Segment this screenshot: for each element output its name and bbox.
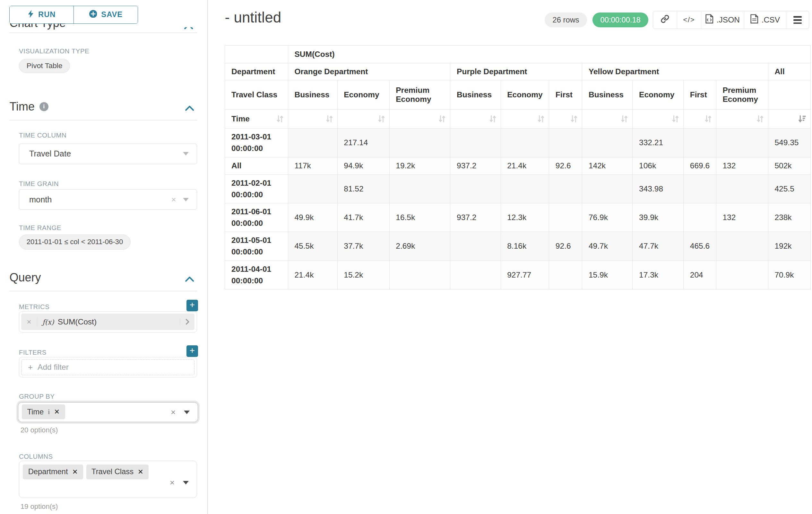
token-chip[interactable]: Department✕ xyxy=(23,464,83,479)
chevron-right-icon[interactable] xyxy=(180,318,195,325)
time-grain-label: TIME GRAIN xyxy=(19,180,59,188)
pivot-cell xyxy=(501,174,549,203)
sort-header-cell[interactable] xyxy=(337,110,389,129)
sort-icon[interactable] xyxy=(378,115,385,123)
save-button[interactable]: SAVE xyxy=(74,6,138,23)
sort-header-cell[interactable] xyxy=(768,110,811,129)
sort-header-cell[interactable] xyxy=(633,110,684,129)
pivot-cell: 332.21 xyxy=(633,129,684,157)
time-grain-value: month xyxy=(29,195,171,204)
token-chip[interactable]: Timei✕ xyxy=(22,404,65,419)
share-link-button[interactable] xyxy=(653,11,677,29)
pivot-cell: 37.7k xyxy=(337,232,389,261)
json-file-icon xyxy=(705,14,714,25)
chevron-up-icon[interactable] xyxy=(185,274,194,284)
panel-divider[interactable] xyxy=(207,0,208,514)
sort-icon[interactable] xyxy=(756,115,764,123)
sort-icon[interactable] xyxy=(704,115,712,123)
export-csv-label: .CSV xyxy=(762,16,780,24)
add-filter-dropzone[interactable]: + Add filter xyxy=(21,359,195,375)
sort-header-cell[interactable] xyxy=(582,110,633,129)
caret-down-icon[interactable] xyxy=(184,410,190,414)
sort-header-cell[interactable] xyxy=(288,110,337,129)
viz-type-pill[interactable]: Pivot Table xyxy=(19,59,70,73)
metric-header-cell: SUM(Cost) xyxy=(288,45,811,63)
column-group-header: Orange Department xyxy=(288,63,450,80)
remove-token-icon[interactable]: ✕ xyxy=(54,408,60,416)
column-header: Business xyxy=(582,80,633,110)
sort-icon[interactable] xyxy=(326,115,333,123)
clear-icon[interactable]: × xyxy=(171,195,176,205)
remove-token-icon[interactable]: ✕ xyxy=(138,468,143,476)
sort-header-cell[interactable] xyxy=(716,110,768,129)
pivot-cell xyxy=(549,129,582,157)
view-query-button[interactable]: </> xyxy=(677,11,701,29)
sort-icon[interactable] xyxy=(621,115,628,123)
sort-descending-icon[interactable] xyxy=(798,115,806,123)
token-chip[interactable]: Travel Class✕ xyxy=(86,464,149,479)
column-group-header: All xyxy=(768,63,811,80)
sort-header-cell[interactable] xyxy=(450,110,501,129)
pivot-row-label: 2011-04-01 00:00:00 xyxy=(225,261,288,289)
sort-icon[interactable] xyxy=(489,115,496,123)
pivot-cell xyxy=(716,129,768,157)
pivot-cell: 132 xyxy=(716,157,768,174)
sort-icon[interactable] xyxy=(570,115,578,123)
pivot-cell xyxy=(684,129,716,157)
row-count-badge: 26 rows xyxy=(545,12,587,27)
sort-icon[interactable] xyxy=(672,115,679,123)
clear-icon[interactable]: × xyxy=(171,407,176,417)
pivot-cell: 927.77 xyxy=(501,261,549,289)
metric-token[interactable]: × ƒ(x) SUM(Cost) xyxy=(21,314,195,330)
export-toolbar: </> .JSON .CSV xyxy=(653,11,809,29)
pivot-cell xyxy=(549,203,582,232)
sort-header-cell[interactable] xyxy=(549,110,582,129)
sort-icon[interactable] xyxy=(438,115,446,123)
export-csv-button[interactable]: .CSV xyxy=(744,11,786,29)
group-by-label: GROUP BY xyxy=(19,393,55,400)
chart-title: - untitled xyxy=(225,9,281,26)
time-range-pill[interactable]: 2011-01-01 ≤ col < 2011-06-30 xyxy=(19,235,130,250)
caret-down-icon[interactable] xyxy=(183,481,189,484)
remove-metric-icon[interactable]: × xyxy=(21,317,37,326)
columns-options-hint: 19 option(s) xyxy=(21,503,58,511)
pivot-cell: 132 xyxy=(716,203,768,232)
time-column-select[interactable]: Travel Date xyxy=(19,143,197,164)
pivot-cell: 76.9k xyxy=(582,203,633,232)
run-button[interactable]: RUN xyxy=(10,6,74,23)
export-json-button[interactable]: .JSON xyxy=(701,11,744,29)
remove-token-icon[interactable]: ✕ xyxy=(72,468,78,476)
chevron-up-icon[interactable] xyxy=(185,104,194,113)
sort-header-cell[interactable] xyxy=(501,110,549,129)
time-sort-header[interactable]: Time xyxy=(225,110,288,129)
time-range-label: TIME RANGE xyxy=(19,224,61,232)
pivot-cell xyxy=(389,174,450,203)
csv-file-icon xyxy=(750,14,758,25)
pivot-cell xyxy=(716,174,768,203)
time-column-label: TIME COLUMN xyxy=(19,131,66,139)
query-section-title: Query xyxy=(9,271,41,284)
time-grain-select[interactable]: month × xyxy=(19,189,197,210)
sort-icon[interactable] xyxy=(276,115,284,123)
info-icon: i xyxy=(48,408,50,416)
chevron-up-icon[interactable] xyxy=(184,27,196,30)
add-filter-button[interactable]: + xyxy=(186,345,198,357)
pivot-cell: 669.6 xyxy=(684,157,716,174)
add-metric-button[interactable]: + xyxy=(186,300,198,311)
sort-icon[interactable] xyxy=(537,115,545,123)
columns-select[interactable]: Department✕Travel Class✕ × xyxy=(19,461,197,498)
more-options-button[interactable] xyxy=(786,11,809,29)
pivot-cell: 92.6 xyxy=(549,157,582,174)
pivot-cell xyxy=(288,129,337,157)
pivot-cell: 12.3k xyxy=(501,203,549,232)
sort-header-cell[interactable] xyxy=(684,110,716,129)
pivot-cell: 21.4k xyxy=(501,157,549,174)
group-by-select[interactable]: Timei✕ × xyxy=(18,402,198,422)
pivot-cell xyxy=(288,174,337,203)
clear-icon[interactable]: × xyxy=(170,478,175,488)
pivot-cell: 106k xyxy=(633,157,684,174)
pivot-table: SUM(Cost)DepartmentOrange DepartmentPurp… xyxy=(225,45,811,290)
sort-header-cell[interactable] xyxy=(389,110,450,129)
save-button-label: SAVE xyxy=(101,10,123,19)
column-header: First xyxy=(549,80,582,110)
